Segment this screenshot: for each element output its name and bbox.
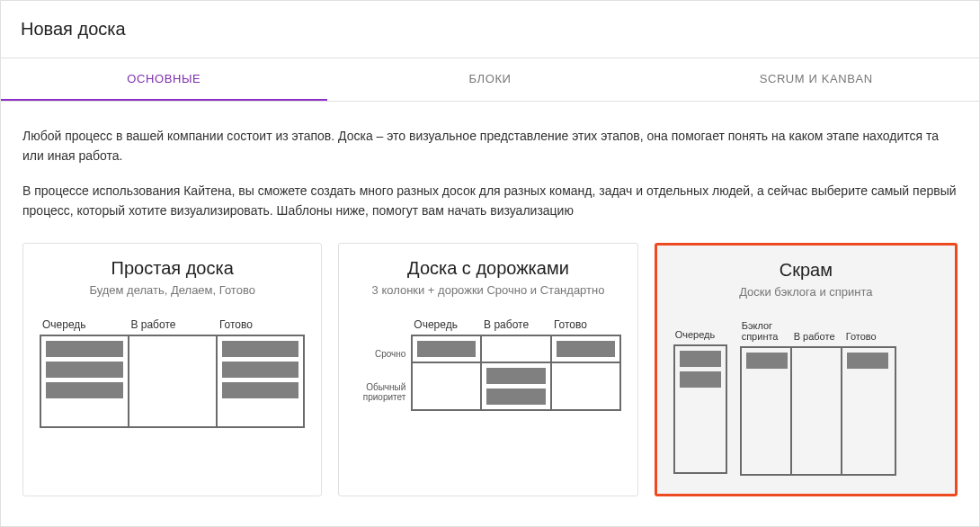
description-paragraph-1: Любой процесс в вашей компании состоит и… xyxy=(22,127,958,165)
preview-card xyxy=(680,371,721,388)
template-preview: Очередь В работе Готово xyxy=(23,309,321,496)
description-paragraph-2: В процессе использования Кайтена, вы смо… xyxy=(22,182,958,220)
col-label-queue: Очередь xyxy=(40,318,128,335)
preview-col xyxy=(41,336,129,426)
tab-scrum-kanban[interactable]: SCRUM И KANBAN xyxy=(653,58,979,101)
preview-col xyxy=(129,336,218,426)
template-title: Скрам xyxy=(670,260,942,281)
column-labels: Очередь В работе Готово xyxy=(40,318,305,335)
col-label-done: Готово xyxy=(551,318,621,335)
template-subtitle: Доски бэклога и спринта xyxy=(670,285,942,299)
col-label-sprint-backlog: Бэклог спринта xyxy=(740,320,792,346)
col-label-done: Готово xyxy=(217,318,305,335)
col-label-wip: В работе xyxy=(128,318,216,335)
preview-card xyxy=(222,382,299,398)
preview-card xyxy=(222,362,299,378)
lane-labels: Срочно Обычный приоритет xyxy=(355,318,411,411)
preview-card xyxy=(847,353,888,369)
board-preview xyxy=(40,335,305,428)
preview-col xyxy=(842,348,893,474)
template-subtitle: Будем делать, Делаем, Готово xyxy=(36,283,308,297)
sprint-board: Бэклог спринта В работе Готово xyxy=(740,320,896,476)
template-head: Доска с дорожками 3 колонки + дорожки Ср… xyxy=(339,244,637,309)
template-preview: Очередь Бэклог спринта xyxy=(657,311,955,494)
preview-card xyxy=(486,389,545,405)
templates-row: Простая доска Будем делать, Делаем, Гото… xyxy=(22,243,958,496)
preview-card xyxy=(486,368,545,384)
preview-card xyxy=(222,341,299,357)
template-swimlane-board[interactable]: Доска с дорожками 3 колонки + дорожки Ср… xyxy=(338,243,637,496)
preview-card xyxy=(46,382,123,398)
template-scrum-board[interactable]: Скрам Доски бэклога и спринта Очередь xyxy=(655,243,958,496)
template-preview: Срочно Обычный приоритет Очередь В работ… xyxy=(339,309,637,496)
board-preview xyxy=(673,344,727,474)
preview-cell xyxy=(413,336,482,362)
dialog-header: Новая доска xyxy=(1,1,979,58)
lane-row xyxy=(413,363,619,409)
preview-cell xyxy=(552,336,619,362)
preview-card xyxy=(680,351,721,367)
preview-cell xyxy=(482,336,551,362)
lane-label-normal: Обычный приоритет xyxy=(355,372,405,411)
preview-card xyxy=(46,341,123,357)
board-preview xyxy=(740,346,896,476)
lane-row xyxy=(413,336,619,363)
tab-main[interactable]: ОСНОВНЫЕ xyxy=(1,58,327,101)
template-simple-board[interactable]: Простая доска Будем делать, Делаем, Гото… xyxy=(22,243,322,496)
preview-col xyxy=(742,348,792,474)
new-board-dialog: Новая доска ОСНОВНЫЕ БЛОКИ SCRUM И KANBA… xyxy=(0,0,980,527)
preview-card xyxy=(746,353,788,369)
template-head: Скрам Доски бэклога и спринта xyxy=(657,246,955,311)
col-label-queue: Очередь xyxy=(673,320,726,344)
dialog-body: Любой процесс в вашей компании состоит и… xyxy=(1,102,979,526)
tabs: ОСНОВНЫЕ БЛОКИ SCRUM И KANBAN xyxy=(1,58,979,102)
dialog-title: Новая доска xyxy=(21,19,959,40)
template-title: Доска с дорожками xyxy=(352,258,624,279)
preview-cell xyxy=(482,363,551,409)
col-label-queue: Очередь xyxy=(411,318,481,335)
preview-cell xyxy=(552,363,619,409)
preview-cell xyxy=(413,363,482,409)
tab-blocks[interactable]: БЛОКИ xyxy=(327,58,654,101)
preview-card xyxy=(557,341,615,357)
preview-col xyxy=(792,348,842,474)
preview-card xyxy=(417,341,476,357)
preview-col xyxy=(675,346,726,472)
backlog-board: Очередь xyxy=(673,320,727,474)
template-subtitle: 3 колонки + дорожки Срочно и Стандартно xyxy=(352,283,624,297)
template-title: Простая доска xyxy=(36,258,308,279)
preview-card xyxy=(46,362,123,378)
column-labels: Бэклог спринта В работе Готово xyxy=(740,320,896,346)
lane-label-urgent: Срочно xyxy=(355,335,405,373)
col-label-done: Готово xyxy=(844,320,896,346)
preview-col xyxy=(218,336,304,426)
board-preview xyxy=(411,335,620,411)
template-head: Простая доска Будем делать, Делаем, Гото… xyxy=(23,244,321,309)
column-labels: Очередь В работе Готово xyxy=(411,318,620,335)
col-label-wip: В работе xyxy=(481,318,551,335)
col-label-wip: В работе xyxy=(792,320,844,346)
column-labels: Очередь xyxy=(673,320,727,344)
